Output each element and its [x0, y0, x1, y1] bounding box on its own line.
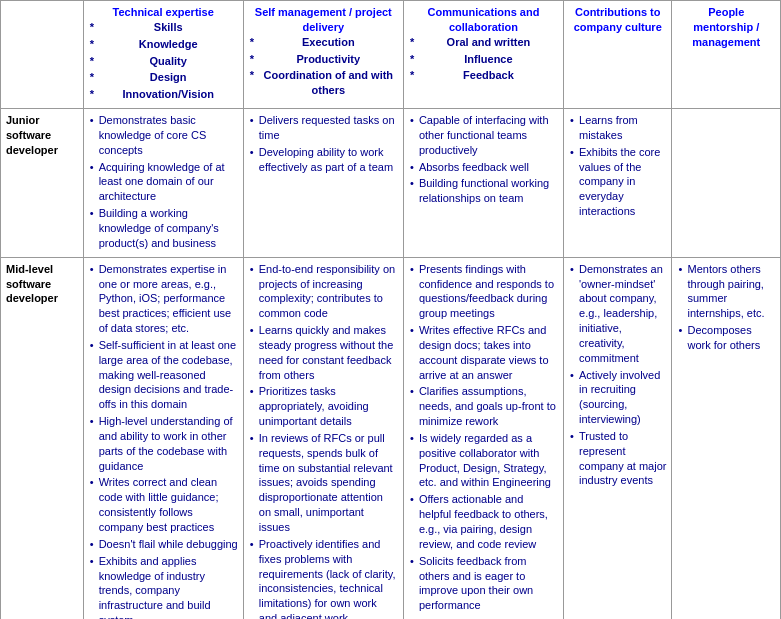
comm-item-0-2: Building functional working relationship…	[409, 176, 558, 206]
self-cell-0: Delivers requested tasks on timeDevelopi…	[243, 109, 403, 258]
self-item-0-0: Delivers requested tasks on time	[249, 113, 398, 143]
mentor-item-1-1: Decomposes work for others	[677, 323, 775, 353]
header-tech-bullet-3: Quality	[89, 54, 238, 69]
header-tech: Technical expertise Skills Knowledge Qua…	[83, 1, 243, 109]
mentor-item-1-0: Mentors others through pairing, summer i…	[677, 262, 775, 321]
culture-item-1-1: Actively involved in recruiting (sourcin…	[569, 368, 666, 427]
tech-item-0-1: Acquiring knowledge of at least one doma…	[89, 160, 238, 205]
comm-item-1-1: Writes effective RFCs and design docs; t…	[409, 323, 558, 382]
comm-item-1-2: Clarifies assumptions, needs, and goals …	[409, 384, 558, 429]
self-item-1-0: End-to-end responsibility on projects of…	[249, 262, 398, 321]
tech-list-1: Demonstrates expertise in one or more ar…	[89, 262, 238, 619]
header-self-bullets: Execution Productivity Coordination of a…	[249, 35, 398, 98]
comm-item-1-5: Solicits feedback from others and is eag…	[409, 554, 558, 613]
culture-item-1-0: Demonstrates an 'owner-mindset' about co…	[569, 262, 666, 366]
role-cell-1: Mid-level software developer	[1, 257, 84, 619]
header-culture-title: Contributions to company culture	[574, 6, 662, 33]
culture-cell-1: Demonstrates an 'owner-mindset' about co…	[564, 257, 672, 619]
header-comm: Communications and collaboration Oral an…	[403, 1, 563, 109]
self-cell-1: End-to-end responsibility on projects of…	[243, 257, 403, 619]
header-mentor: People mentorship / management	[672, 1, 781, 109]
header-tech-bullet-2: Knowledge	[89, 37, 238, 52]
tech-item-1-3: Writes correct and clean code with littl…	[89, 475, 238, 534]
mentor-list-1: Mentors others through pairing, summer i…	[677, 262, 775, 353]
table-row: Mid-level software developerDemonstrates…	[1, 257, 781, 619]
table-body: Junior software developerDemonstrates ba…	[1, 109, 781, 619]
header-tech-bullet-4: Design	[89, 70, 238, 85]
tech-item-0-0: Demonstrates basic knowledge of core CS …	[89, 113, 238, 158]
self-item-1-2: Prioritizes tasks appropriately, avoidin…	[249, 384, 398, 429]
tech-item-0-2: Building a working knowledge of company'…	[89, 206, 238, 251]
tech-item-1-1: Self-sufficient in at least one large ar…	[89, 338, 238, 412]
header-role	[1, 1, 84, 109]
mentor-cell-0	[672, 109, 781, 258]
culture-item-1-2: Trusted to represent company at major in…	[569, 429, 666, 488]
culture-item-0-1: Exhibits the core values of the company …	[569, 145, 666, 219]
header-comm-bullet-3: Feedback	[409, 68, 558, 83]
header-comm-bullet-2: Influence	[409, 52, 558, 67]
comm-item-1-4: Offers actionable and helpful feedback t…	[409, 492, 558, 551]
mentor-cell-1: Mentors others through pairing, summer i…	[672, 257, 781, 619]
self-item-1-3: In reviews of RFCs or pull requests, spe…	[249, 431, 398, 535]
comm-cell-0: Capable of interfacing with other functi…	[403, 109, 563, 258]
header-tech-bullet-1: Skills	[89, 20, 238, 35]
header-comm-bullet-1: Oral and written	[409, 35, 558, 50]
self-list-1: End-to-end responsibility on projects of…	[249, 262, 398, 619]
self-item-0-1: Developing ability to work effectively a…	[249, 145, 398, 175]
self-item-1-1: Learns quickly and makes steady progress…	[249, 323, 398, 382]
tech-item-1-5: Exhibits and applies knowledge of indust…	[89, 554, 238, 619]
tech-cell-0: Demonstrates basic knowledge of core CS …	[83, 109, 243, 258]
header-mentor-title: People mentorship / management	[692, 6, 760, 48]
comm-item-0-1: Absorbs feedback well	[409, 160, 558, 175]
competency-table: Technical expertise Skills Knowledge Qua…	[0, 0, 781, 619]
header-tech-bullet-5: Innovation/Vision	[89, 87, 238, 102]
comm-list-0: Capable of interfacing with other functi…	[409, 113, 558, 206]
tech-item-1-0: Demonstrates expertise in one or more ar…	[89, 262, 238, 336]
culture-item-0-0: Learns from mistakes	[569, 113, 666, 143]
tech-list-0: Demonstrates basic knowledge of core CS …	[89, 113, 238, 251]
table-row: Junior software developerDemonstrates ba…	[1, 109, 781, 258]
self-list-0: Delivers requested tasks on timeDevelopi…	[249, 113, 398, 174]
comm-cell-1: Presents findings with confidence and re…	[403, 257, 563, 619]
tech-cell-1: Demonstrates expertise in one or more ar…	[83, 257, 243, 619]
header-self-bullet-3: Coordination of and with others	[249, 68, 398, 98]
tech-item-1-4: Doesn't flail while debugging	[89, 537, 238, 552]
header-comm-title: Communications and collaboration	[428, 6, 540, 33]
culture-list-1: Demonstrates an 'owner-mindset' about co…	[569, 262, 666, 489]
header-culture: Contributions to company culture	[564, 1, 672, 109]
tech-item-1-2: High-level understanding of and ability …	[89, 414, 238, 473]
self-item-1-4: Proactively identifies and fixes problem…	[249, 537, 398, 619]
header-self-title: Self management / project delivery	[255, 6, 392, 33]
header-tech-bullets: Skills Knowledge Quality Design Innovati…	[89, 20, 238, 102]
header-tech-title: Technical expertise	[113, 6, 214, 18]
comm-list-1: Presents findings with confidence and re…	[409, 262, 558, 613]
main-container: Technical expertise Skills Knowledge Qua…	[0, 0, 781, 619]
comm-item-1-3: Is widely regarded as a positive collabo…	[409, 431, 558, 490]
header-self-bullet-2: Productivity	[249, 52, 398, 67]
culture-cell-0: Learns from mistakesExhibits the core va…	[564, 109, 672, 258]
comm-item-1-0: Presents findings with confidence and re…	[409, 262, 558, 321]
comm-item-0-0: Capable of interfacing with other functi…	[409, 113, 558, 158]
header-self-bullet-1: Execution	[249, 35, 398, 50]
header-self: Self management / project delivery Execu…	[243, 1, 403, 109]
role-cell-0: Junior software developer	[1, 109, 84, 258]
header-comm-bullets: Oral and written Influence Feedback	[409, 35, 558, 84]
header-row: Technical expertise Skills Knowledge Qua…	[1, 1, 781, 109]
culture-list-0: Learns from mistakesExhibits the core va…	[569, 113, 666, 219]
